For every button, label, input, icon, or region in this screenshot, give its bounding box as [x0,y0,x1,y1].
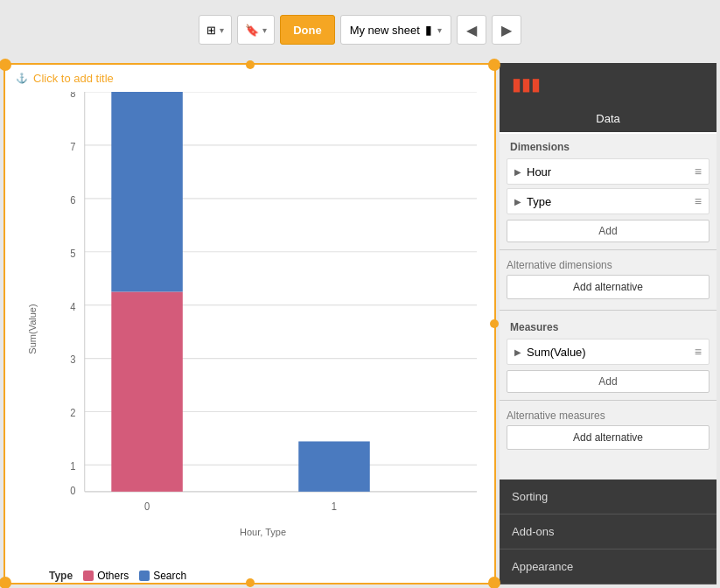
svg-text:3: 3 [70,354,75,367]
bookmark-icon: 🔖 [245,24,259,37]
bar-search-0[interactable] [111,92,183,291]
bar-search-1[interactable] [298,441,370,491]
svg-text:1: 1 [70,460,75,473]
resize-handle-bottom[interactable] [246,578,255,587]
dimension-hour[interactable]: ▶ Hour ≡ [507,158,710,185]
bookmark-button[interactable]: 🔖 ▾ [237,15,275,45]
legend-dot-others [83,570,94,581]
view-icon: ⊞ [206,24,216,37]
bar-chart-panel-icon: ▮▮▮ [512,74,541,94]
chevron-measure-icon: ▶ [514,347,521,357]
appearance-nav-item[interactable]: Appearance [500,550,717,584]
menu-hour-icon[interactable]: ≡ [695,164,702,178]
svg-text:0: 0 [70,485,75,498]
svg-text:1: 1 [332,500,337,513]
resize-handle-top[interactable] [246,60,255,69]
prev-button[interactable]: ◀ [457,15,486,45]
menu-type-icon[interactable]: ≡ [695,194,702,208]
add-dimension-button[interactable]: Add [507,220,710,242]
sheet-icon: ▮ [425,23,432,37]
resize-handle-tr[interactable] [488,59,500,71]
menu-measure-icon[interactable]: ≡ [695,345,702,359]
main-area: ⚓ Click to add title Sum(Value) [0,60,720,588]
legend-type-label: Type [49,570,73,582]
addons-nav-item[interactable]: Add-ons [500,514,717,550]
next-button[interactable]: ▶ [492,15,521,45]
right-panel: ▮▮▮ Data Dimensions ▶ Hour ≡ ▶ Type ≡ Ad… [500,63,717,584]
chart-container: Sum(Value) 8 7 [5,92,494,566]
bottom-nav: Sorting Add-ons Appearance [500,480,717,584]
alt-measures-section: Alternative measures [500,404,717,424]
svg-text:2: 2 [70,407,75,420]
legend-item-others: Others [83,570,129,582]
view-mode-button[interactable]: ⊞ ▾ [199,15,232,45]
sheet-name-button[interactable]: My new sheet ▮ ▾ [340,15,451,45]
anchor-icon: ⚓ [16,73,28,84]
chart-title-text: Click to add title [33,72,114,85]
legend-item-search: Search [139,570,186,582]
svg-text:7: 7 [70,140,75,153]
dimension-type-label: Type [527,195,695,208]
legend-label-others: Others [97,570,129,582]
panel-header: ▮▮▮ [500,63,717,105]
chart-inner: 8 7 6 5 4 3 2 1 0 [49,92,477,549]
chevron-hour-icon: ▶ [514,167,521,177]
legend-dot-search [139,570,150,581]
chevron-type-icon: ▶ [514,197,521,206]
svg-text:8: 8 [70,92,75,100]
sheet-name-label: My new sheet [350,24,420,37]
svg-text:4: 4 [70,300,75,313]
chart-panel: ⚓ Click to add title Sum(Value) [3,63,496,584]
legend-label-search: Search [153,570,186,582]
add-measure-button[interactable]: Add [507,370,710,393]
sorting-nav-item[interactable]: Sorting [500,480,717,514]
dimensions-header: Dimensions [500,134,717,157]
sheet-dropdown-icon: ▾ [437,25,442,35]
dimension-hour-label: Hour [527,165,695,178]
resize-handle-bl[interactable] [0,577,11,588]
dimension-type[interactable]: ▶ Type ≡ [507,188,710,214]
add-alt-dimension-button[interactable]: Add alternative [507,275,710,299]
toolbar: ⊞ ▾ 🔖 ▾ Done My new sheet ▮ ▾ ◀ ▶ [0,0,720,60]
bookmark-dropdown-icon: ▾ [262,25,267,35]
tab-data[interactable]: Data [500,105,717,134]
chart-svg: 8 7 6 5 4 3 2 1 0 [49,92,477,522]
svg-text:6: 6 [70,193,75,206]
measure-sum-value[interactable]: ▶ Sum(Value) ≡ [507,339,710,365]
add-alt-measure-button[interactable]: Add alternative [507,425,710,450]
bar-others-0[interactable] [111,291,183,491]
panel-tabs: Data [500,105,717,134]
alt-dimensions-section: Alternative dimensions [500,254,717,273]
measures-header: Measures [500,314,717,337]
panel-content: Dimensions ▶ Hour ≡ ▶ Type ≡ Add Alterna… [500,134,717,480]
x-axis-label: Hour, Type [49,527,477,537]
svg-text:5: 5 [70,247,75,260]
y-axis-label: Sum(Value) [27,304,38,354]
resize-handle-br[interactable] [488,577,500,588]
done-button[interactable]: Done [280,15,335,45]
measure-sum-label: Sum(Value) [527,346,695,359]
view-dropdown-icon: ▾ [220,25,224,35]
svg-text:0: 0 [144,500,150,513]
